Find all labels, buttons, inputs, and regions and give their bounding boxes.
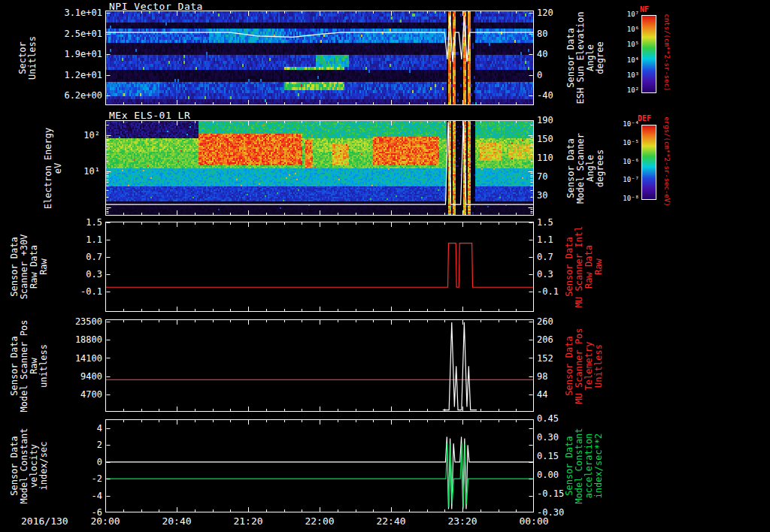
- colorbar-tick-label: 10⁻⁴: [623, 121, 639, 128]
- y-tick-label: 0.7: [86, 252, 102, 261]
- axis-label-line: ESH Sun Elevation: [576, 12, 586, 104]
- scanner-raw-plot-canvas: [105, 222, 534, 312]
- colorbar1-title: NF: [640, 5, 649, 14]
- npi-spectrogram-canvas: [105, 11, 534, 105]
- panel4-right-axis-label: Sensor Data MU Scanner Pos Telemetry Uni…: [562, 319, 606, 412]
- axis-label-line: Sensor Data: [10, 234, 20, 300]
- x-tick-label: 00:00: [519, 515, 548, 527]
- panel1-left-ticks: 3.1e+012.5e+011.9e+011.2e+016.2e+00: [63, 8, 102, 100]
- y-tick-label: 1.1: [86, 235, 102, 244]
- x-tick-label: 22:40: [376, 515, 405, 527]
- y-tick-label: 14100: [75, 354, 102, 363]
- multi-panel-science-plot: NPI Vector Data Sector Unitless 3.1e+012…: [0, 0, 770, 532]
- y-tick-label: 18800: [75, 335, 102, 344]
- axis-label-line: index/sec**2: [594, 428, 604, 503]
- panel5-y-axis-label: Sensor Data Model Constant velocity inde…: [8, 419, 51, 512]
- y-tick-label: 1.9e+01: [64, 50, 102, 59]
- colorbar-tick-label: 10³: [627, 72, 639, 79]
- y-tick-label: -2: [92, 474, 102, 483]
- colorbar-tick-label: 10⁻⁷: [623, 177, 639, 183]
- colorbar-tick-label: 10⁵: [627, 41, 639, 48]
- x-tick-label: 21:20: [233, 515, 262, 527]
- x-tick-label: 23:20: [447, 515, 477, 527]
- colorbar2-title: DEF: [638, 114, 651, 122]
- axis-label-line: MU Scanner Intl: [574, 226, 584, 307]
- axis-label-line: index/sec: [39, 428, 49, 503]
- axis-label-line: Sensor Data: [10, 319, 20, 412]
- axis-label-line: Sensor Data: [565, 226, 574, 307]
- y-tick-label: -0.1: [80, 287, 102, 296]
- colorbar-tick-label: 10⁻⁸: [623, 195, 639, 202]
- colorbar2-unit-label: ergs/(cm**2-sr-sec-eV): [656, 120, 678, 203]
- y-tick-label: 2: [97, 440, 102, 449]
- y-tick-label: 4700: [80, 390, 102, 399]
- axis-label-line: Model Scanner Pos: [20, 319, 29, 412]
- date-label: 2016/130: [21, 515, 68, 527]
- colorbar-tick-label: 10⁴: [627, 57, 639, 64]
- y-tick-label: 1.5: [86, 218, 102, 227]
- y-tick-label: 1.2e+01: [64, 71, 102, 80]
- panel3-right-axis-label: Sensor Data MU Scanner Intl Raw Data Raw: [562, 222, 606, 312]
- els-spectrogram-canvas: [105, 120, 534, 216]
- y-tick-label: 10²: [75, 131, 100, 140]
- axis-label-line: Unitless: [594, 328, 604, 404]
- colorbar-tick-label: 10⁷: [627, 11, 639, 18]
- y-tick-label: 9400: [80, 372, 102, 381]
- colorbar2-gradient: [641, 125, 656, 200]
- y-tick-label: 23500: [75, 317, 102, 326]
- axis-label-line: Scanner +30V: [20, 234, 29, 300]
- axis-label-line: Angle: [586, 12, 596, 104]
- axis-label-line: Raw Data: [584, 226, 594, 307]
- model-constant-plot-canvas: [105, 419, 534, 512]
- y-tick-label: -4: [92, 491, 102, 500]
- panel3-left-ticks: 1.51.10.70.3-0.1: [63, 218, 102, 296]
- colorbar-tick-label: 10⁶: [627, 26, 639, 33]
- axis-label-line: Raw: [39, 234, 49, 300]
- scanner-pos-plot-canvas: [105, 319, 534, 412]
- axis-label-line: Raw Data: [29, 234, 39, 300]
- axis-label-line: Sensor Data: [566, 12, 576, 104]
- axis-label-line: Electron Energy: [44, 127, 53, 208]
- panel1-y-axis-label: Sector Unitless: [14, 11, 42, 105]
- axis-label-line: Raw: [29, 319, 39, 412]
- panel5-right-axis-label: Sensor Data Model Constant acceleration …: [562, 419, 606, 512]
- panel2-y-axis-label: Electron Energy eV: [39, 120, 68, 216]
- colorbar1-gradient: [641, 15, 656, 93]
- panel4-y-axis-label: Sensor Data Model Scanner Pos Raw unitle…: [8, 319, 51, 412]
- panel4-left-ticks: 23500188001410094004700: [63, 317, 102, 399]
- colorbar-tick-label: 10²: [627, 87, 639, 94]
- colorbar1-ticks: 10⁷10⁶10⁵10⁴10³10²: [600, 11, 639, 94]
- y-tick-label: 2.5e+01: [64, 29, 102, 38]
- axis-label-line: eV: [53, 127, 63, 208]
- y-tick-label: 10¹: [75, 167, 100, 176]
- axis-label-line: Raw: [594, 226, 604, 307]
- y-tick-label: 4: [97, 424, 102, 433]
- colorbar1-unit-label: cnts/(cm**2-sr-sec): [656, 11, 678, 95]
- axis-label-line: unitless: [39, 319, 49, 412]
- panel3-y-axis-label: Sensor Data Scanner +30V Raw Data Raw: [8, 222, 51, 312]
- x-tick-label: 22:00: [305, 515, 334, 527]
- y-tick-label: 3.1e+01: [64, 8, 102, 17]
- colorbar2-ticks: 10⁻⁴10⁻⁵10⁻⁶10⁻⁷10⁻⁸: [600, 121, 639, 202]
- panel5-left-ticks: 420-2-4-6: [63, 424, 102, 517]
- x-tick-label: 20:40: [162, 515, 191, 527]
- y-tick-label: 0: [97, 458, 102, 467]
- panel2-title: MEx ELS-01 LR: [109, 110, 190, 121]
- y-tick-label: 6.2e+00: [64, 91, 102, 100]
- axis-label-line: Unitless: [28, 36, 38, 80]
- y-tick-label: 0.3: [86, 270, 102, 279]
- colorbar-tick-label: 10⁻⁵: [623, 140, 639, 147]
- x-tick-label: 20:00: [90, 515, 120, 527]
- colorbar-tick-label: 10⁻⁶: [623, 159, 639, 165]
